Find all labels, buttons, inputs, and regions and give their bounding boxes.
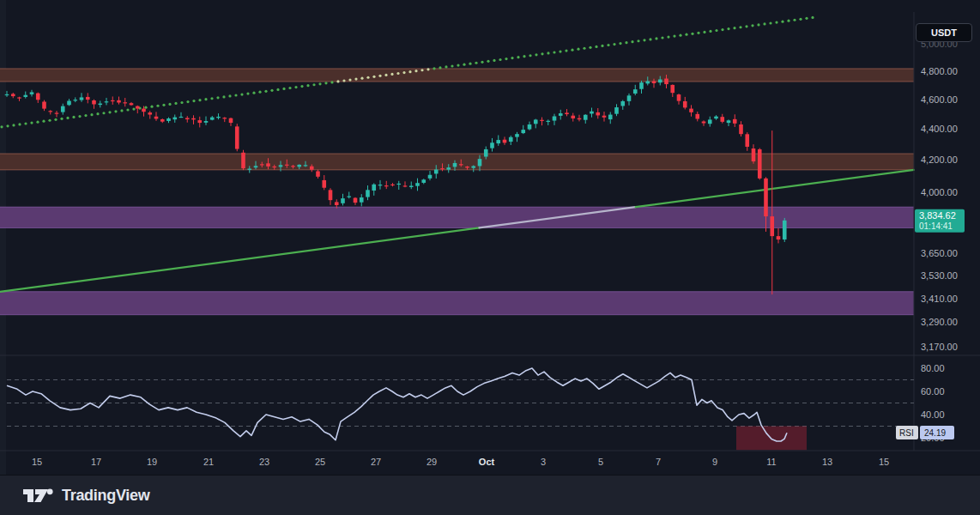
candle-body	[428, 175, 433, 179]
candle-body	[98, 104, 102, 105]
candle-body	[777, 236, 781, 239]
candle-body	[197, 120, 202, 123]
candle-body	[254, 166, 258, 167]
candle-body	[720, 117, 724, 122]
candle-body	[266, 163, 270, 167]
candle-body	[42, 102, 46, 109]
candle-body	[347, 197, 351, 197]
candle-body	[279, 165, 283, 167]
candle-body	[166, 118, 171, 121]
time-tick-label-25: 25	[315, 457, 325, 467]
rsi-name-badge: RSI	[899, 428, 914, 438]
candle-body	[471, 166, 475, 167]
candle-body	[677, 94, 681, 101]
candle-body	[73, 100, 77, 100]
candle-body	[764, 179, 768, 216]
candle-body	[204, 121, 209, 123]
tradingview-logo-icon	[21, 486, 54, 506]
candle-body	[5, 94, 9, 95]
candle-body	[484, 149, 488, 157]
time-tick-label-13: 13	[822, 457, 832, 467]
price-tick-label: 3,530.00	[921, 270, 958, 281]
rsi-tick-label: 60.00	[921, 386, 945, 397]
bar-close-countdown: 01:14:41	[919, 221, 953, 231]
tradingview-logo-text: TradingView	[62, 487, 149, 505]
price-tick-label: 4,000.00	[921, 187, 958, 197]
candle-body	[453, 163, 457, 167]
candle-body	[727, 120, 731, 123]
candle-body	[695, 114, 699, 119]
candle-body	[496, 140, 500, 143]
candle-body	[639, 82, 644, 89]
candle-body	[758, 149, 762, 179]
candle-body	[154, 117, 159, 119]
candle-body	[645, 82, 650, 84]
candle-body	[565, 112, 569, 114]
support-zone-upper[interactable]	[0, 207, 914, 227]
candle-body	[559, 113, 563, 116]
candle-body	[521, 130, 525, 133]
candle-body	[571, 116, 575, 118]
candle-body	[770, 216, 774, 236]
price-tick-label: 4,800.00	[921, 66, 958, 76]
candle-body	[708, 119, 712, 124]
candle-body	[403, 185, 408, 186]
resistance-zone-upper[interactable]	[0, 69, 914, 82]
candle-body	[142, 109, 146, 112]
candle-body	[222, 118, 227, 118]
tradingview-chart-window: Shayannv created with TradingView.com, O…	[0, 0, 980, 515]
candle-body	[540, 120, 544, 121]
rsi-tick-label: 80.00	[921, 363, 945, 373]
current-price-value: 3,834.62	[919, 210, 956, 221]
time-tick-label-17: 17	[91, 457, 101, 467]
candle-body	[546, 121, 550, 122]
candle-body	[260, 164, 264, 165]
resistance-zone-mid[interactable]	[0, 154, 914, 170]
candle-body	[185, 118, 190, 119]
candle-body	[67, 101, 71, 106]
candle-body	[614, 107, 619, 114]
candle-body	[272, 167, 276, 167]
candle-body	[602, 116, 607, 118]
candle-body	[11, 94, 15, 96]
candle-body	[17, 97, 21, 98]
candle-body	[739, 124, 743, 134]
candle-body	[509, 137, 513, 142]
time-tick-label-3: 3	[541, 457, 546, 467]
candle-body	[61, 106, 65, 112]
candle-body	[578, 118, 582, 119]
time-tick-label-21: 21	[203, 457, 214, 467]
candle-body	[415, 183, 420, 186]
candle-body	[745, 134, 749, 147]
candle-body	[241, 153, 245, 168]
candle-body	[378, 185, 383, 185]
candle-body	[322, 180, 326, 188]
candle-body	[92, 100, 96, 105]
candle-body	[111, 100, 115, 101]
price-chart-canvas[interactable]: 5,000.004,800.004,600.004,400.004,200.00…	[0, 0, 980, 475]
price-tick-label: 3,650.00	[921, 248, 958, 258]
candle-body	[596, 112, 600, 116]
candle-body	[179, 117, 184, 118]
candle-body	[459, 164, 463, 165]
candle-body	[396, 184, 401, 185]
current-price-badge: 3,834.6201:14:41	[915, 209, 965, 233]
candle-body	[633, 89, 638, 94]
time-tick-label-27: 27	[371, 457, 381, 467]
rsi-tick-label: 40.00	[921, 409, 945, 420]
candle-body	[136, 106, 140, 109]
price-tick-label: 4,400.00	[921, 124, 958, 134]
candle-body	[130, 103, 134, 105]
candle-body	[783, 221, 787, 239]
tradingview-logo[interactable]: TradingView	[21, 486, 149, 506]
time-tick-label-11: 11	[766, 457, 776, 467]
rsi-value-badges: RSI24.19	[896, 426, 954, 439]
currency-toggle-button[interactable]: USDT	[916, 23, 972, 42]
price-tick-label: 3,170.00	[921, 342, 958, 352]
candle-body	[714, 117, 718, 119]
candle-body	[335, 202, 339, 205]
candle-body	[360, 197, 364, 203]
support-zone-lower[interactable]	[0, 292, 914, 315]
candle-body	[247, 169, 251, 170]
candle-body	[304, 165, 308, 166]
